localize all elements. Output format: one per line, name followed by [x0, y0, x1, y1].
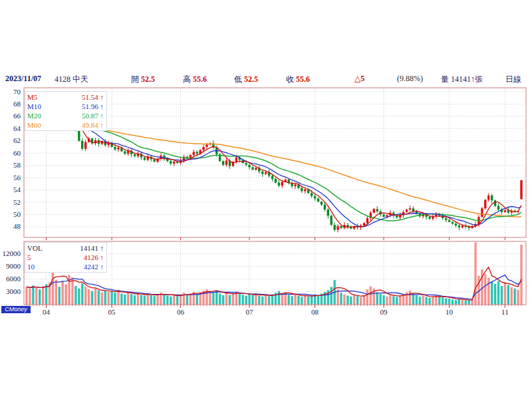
ma10-legend-row: M1051.96 ↑ [27, 102, 104, 111]
ma20-legend-row: M2050.87 ↑ [27, 111, 104, 120]
svg-text:6000: 6000 [6, 275, 21, 283]
svg-text:12000: 12000 [3, 249, 21, 257]
svg-text:56: 56 [13, 174, 21, 182]
svg-text:52: 52 [13, 198, 21, 206]
vol-ma5-legend-row: 54126 ↑ [27, 253, 104, 262]
svg-text:07: 07 [246, 308, 254, 316]
vol-ma10-legend-row: 104242 ↑ [27, 262, 104, 271]
svg-text:58: 58 [13, 161, 21, 169]
svg-text:54: 54 [13, 186, 21, 194]
ma5-legend-row: M551.54 ↑ [27, 92, 104, 102]
svg-text:04: 04 [43, 308, 51, 316]
svg-text:08: 08 [311, 308, 319, 316]
svg-text:68: 68 [13, 100, 21, 108]
ma-lines [27, 118, 521, 227]
ma-legend: M551.54 ↑ M1051.96 ↑ M2050.87 ↑ M6049.84… [25, 91, 107, 131]
price-volume-chart[interactable]: 7068666462605856545250481200090006000300… [0, 0, 532, 399]
svg-text:66: 66 [13, 112, 21, 120]
stock-chart-window: 2023/11/07 4128 中天 開 52.5 高 55.6 低 52.5 … [0, 0, 532, 399]
svg-text:64: 64 [13, 124, 21, 132]
svg-text:05: 05 [108, 308, 116, 316]
svg-text:11: 11 [501, 308, 509, 316]
cmoney-logo: CMoney [1, 306, 31, 313]
svg-text:62: 62 [13, 136, 21, 144]
svg-text:10: 10 [446, 308, 454, 316]
svg-text:50: 50 [13, 210, 21, 218]
svg-text:60: 60 [13, 149, 21, 157]
svg-text:70: 70 [13, 88, 21, 96]
svg-text:3000: 3000 [6, 287, 21, 295]
svg-text:06: 06 [177, 308, 185, 316]
svg-text:9000: 9000 [6, 262, 21, 270]
volume-legend: VOL14141 ↑ 54126 ↑ 104242 ↑ [25, 242, 107, 273]
svg-text:48: 48 [13, 222, 21, 230]
svg-text:09: 09 [380, 308, 388, 316]
ma60-legend-row: M6049.84 ↑ [27, 120, 104, 130]
vol-legend-row: VOL14141 ↑ [27, 243, 104, 253]
